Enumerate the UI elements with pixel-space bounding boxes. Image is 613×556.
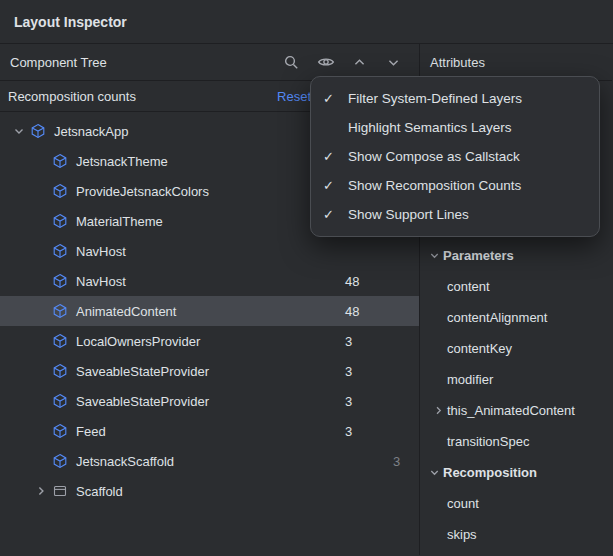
chevron-down-icon[interactable]	[8, 125, 30, 137]
search-icon[interactable]	[282, 53, 301, 72]
skip-count: 3	[393, 454, 400, 469]
attribute-label: contentAlignment	[447, 310, 547, 325]
menu-item-label: Show Recomposition Counts	[348, 178, 521, 193]
attributes-body: Parameters content contentAlignment cont…	[420, 240, 612, 550]
section-parameters[interactable]: Parameters	[420, 240, 612, 271]
tree-row[interactable]: NavHost 48	[0, 266, 419, 296]
attribute-row[interactable]: modifier	[420, 364, 612, 395]
section-label: Parameters	[443, 248, 514, 263]
tree-row[interactable]: Feed 3	[0, 416, 419, 446]
tree-row-label: Scaffold	[76, 484, 123, 499]
collapse-all-icon[interactable]	[384, 53, 403, 72]
tree-row-label: AnimatedContent	[76, 304, 176, 319]
window-title: Layout Inspector	[14, 14, 127, 30]
compose-node-icon	[52, 423, 72, 439]
attribute-row[interactable]: content	[420, 271, 612, 302]
recomposition-counts-label: Recomposition counts	[8, 89, 136, 104]
tree-row[interactable]: SaveableStateProvider 3	[0, 386, 419, 416]
attribute-row-expandable[interactable]: this_AnimatedContent	[420, 395, 612, 426]
menu-item-label: Highlight Semantics Layers	[348, 120, 512, 135]
compose-node-icon	[52, 273, 72, 289]
tree-row-label: NavHost	[76, 274, 126, 289]
menu-item-highlight-semantics-layers[interactable]: Highlight Semantics Layers	[311, 113, 599, 142]
tree-row-label: JetsnackScaffold	[76, 454, 174, 469]
menu-item-show-compose-as-callstack[interactable]: ✓ Show Compose as Callstack	[311, 142, 599, 171]
tree-row[interactable]: Scaffold	[0, 476, 419, 506]
attribute-label: this_AnimatedContent	[447, 403, 575, 418]
compose-node-icon	[52, 213, 72, 229]
recomposition-count: 3	[345, 334, 352, 349]
expand-all-icon[interactable]	[350, 53, 369, 72]
component-tree-title: Component Tree	[10, 55, 282, 70]
tree-row-label: ProvideJetsnackColors	[76, 184, 209, 199]
attribute-label: contentKey	[447, 341, 512, 356]
checkmark-icon: ✓	[323, 178, 348, 193]
compose-node-icon	[52, 363, 72, 379]
menu-item-show-support-lines[interactable]: ✓ Show Support Lines	[311, 200, 599, 229]
compose-node-icon	[52, 333, 72, 349]
menu-item-label: Show Compose as Callstack	[348, 149, 520, 164]
menu-item-label: Show Support Lines	[348, 207, 469, 222]
checkmark-icon: ✓	[323, 207, 348, 222]
compose-node-icon	[52, 243, 72, 259]
tree-row[interactable]: NavHost	[0, 236, 419, 266]
recomposition-count: 48	[345, 304, 359, 319]
tree-row-label: MaterialTheme	[76, 214, 163, 229]
window-header: Layout Inspector	[0, 0, 613, 44]
attribute-label: modifier	[447, 372, 493, 387]
attribute-label: content	[447, 279, 490, 294]
section-recomposition[interactable]: Recomposition	[420, 457, 612, 488]
compose-node-icon	[52, 183, 72, 199]
recomposition-count: 3	[345, 364, 352, 379]
attribute-row[interactable]: skips	[420, 519, 612, 550]
compose-node-icon	[30, 123, 50, 139]
recomposition-count: 3	[345, 394, 352, 409]
tree-row-label: SaveableStateProvider	[76, 364, 209, 379]
compose-node-icon	[52, 153, 72, 169]
compose-node-icon	[52, 453, 72, 469]
view-options-menu: ✓ Filter System-Defined Layers Highlight…	[310, 76, 600, 237]
attribute-row[interactable]: contentAlignment	[420, 302, 612, 333]
tree-row-label: SaveableStateProvider	[76, 394, 209, 409]
attribute-row[interactable]: contentKey	[420, 333, 612, 364]
layout-inspector-window: Layout Inspector Component Tree	[0, 0, 613, 556]
chevron-right-icon[interactable]	[429, 405, 447, 416]
tree-row-label: JetsnackApp	[54, 124, 128, 139]
tree-row-label: LocalOwnersProvider	[76, 334, 200, 349]
tree-row[interactable]: LocalOwnersProvider 3	[0, 326, 419, 356]
menu-item-show-recomposition-counts[interactable]: ✓ Show Recomposition Counts	[311, 171, 599, 200]
attributes-title: Attributes	[430, 55, 602, 70]
tree-row-label: JetsnackTheme	[76, 154, 168, 169]
chevron-down-icon[interactable]	[426, 250, 443, 261]
tree-row[interactable]: SaveableStateProvider 3	[0, 356, 419, 386]
reset-link[interactable]: Reset	[277, 89, 311, 104]
recomposition-count: 3	[345, 424, 352, 439]
attribute-label: transitionSpec	[447, 434, 529, 449]
view-options-eye-icon[interactable]	[316, 53, 335, 72]
chevron-right-icon[interactable]	[30, 485, 52, 497]
menu-item-label: Filter System-Defined Layers	[348, 91, 522, 106]
checkmark-icon: ✓	[323, 91, 348, 106]
compose-node-icon	[52, 303, 72, 319]
compose-node-icon	[52, 393, 72, 409]
chevron-down-icon[interactable]	[426, 467, 443, 478]
attribute-row[interactable]: count	[420, 488, 612, 519]
recomposition-count: 48	[345, 274, 359, 289]
view-node-icon	[52, 483, 72, 499]
section-label: Recomposition	[443, 465, 537, 480]
tree-row-label: NavHost	[76, 244, 126, 259]
tree-row[interactable]: JetsnackScaffold 3	[0, 446, 419, 476]
attribute-row[interactable]: transitionSpec	[420, 426, 612, 457]
attribute-label: skips	[447, 527, 477, 542]
tree-row-selected[interactable]: AnimatedContent 48	[0, 296, 419, 326]
menu-item-filter-system-defined-layers[interactable]: ✓ Filter System-Defined Layers	[311, 84, 599, 113]
attribute-label: count	[447, 496, 479, 511]
tree-row-label: Feed	[76, 424, 106, 439]
checkmark-icon: ✓	[323, 149, 348, 164]
